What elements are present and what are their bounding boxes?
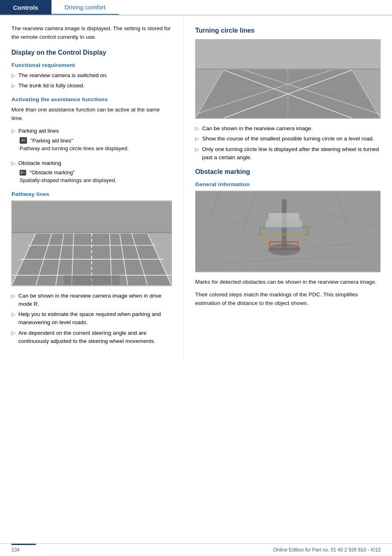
- display-control-heading: Display on the Control Display: [11, 49, 172, 56]
- bullet-arrow-icon: ▷: [195, 135, 199, 142]
- functional-req-heading: Functional requirement: [11, 62, 172, 68]
- list-item: ▷ Can be shown in the rearview camera im…: [195, 125, 381, 133]
- bullet-arrow-icon: ▷: [11, 311, 15, 318]
- list-item: ▷ Show the course of the smallest possib…: [195, 135, 381, 143]
- obstacle-icon-label: P↑ "Obstacle marking": [20, 169, 172, 176]
- list-item: ▷ Obstacle marking: [11, 159, 172, 167]
- obstacle-body2: Their colored steps match the markings o…: [195, 291, 381, 308]
- list-item: ▷ Parking aid lines: [11, 127, 172, 135]
- footer-copyright: Online Edition for Part no. 01 40 2 926 …: [273, 547, 381, 553]
- parking-aid-icon-label: P/ "Parking aid lines": [20, 137, 172, 144]
- svg-rect-49: [266, 220, 302, 227]
- obstacle-marking-image: [195, 191, 381, 272]
- list-item: ▷ The rearview camera is switched on.: [11, 71, 172, 80]
- func-req-bullet-1: The rearview camera is switched on.: [18, 71, 172, 80]
- parking-aid-icon-text: "Parking aid lines": [29, 138, 73, 144]
- footer: 134 Online Edition for Part no. 01 40 2 …: [0, 543, 392, 556]
- obstacle-subtext: Spatially-shaped markings are displayed.: [20, 176, 172, 185]
- list-item: ▷ Can be shown in the rearview camera im…: [11, 292, 172, 309]
- bullet-arrow-icon: ▷: [11, 292, 15, 300]
- pathway-bullet-3: Are dependent on the current steering an…: [18, 329, 172, 346]
- bullet-arrow-icon: ▷: [11, 160, 15, 167]
- list-item: ▷ The trunk lid is fully closed.: [11, 82, 172, 90]
- tab-driving-comfort-label: Driving comfort: [65, 4, 106, 11]
- pathway-bullet-2: Help you to estimate the space required …: [18, 310, 172, 327]
- list-item: ▷ Are dependent on the current steering …: [11, 329, 172, 346]
- general-info-heading: General information: [195, 181, 381, 187]
- right-column: Turning circle lines: [184, 16, 392, 360]
- obstacle-icon: P↑: [20, 170, 26, 176]
- tab-controls-label: Controls: [13, 4, 38, 11]
- turning-bullet-3: Only one turning circle line is displaye…: [202, 145, 381, 162]
- svg-rect-19: [196, 40, 380, 70]
- main-content: The rearview camera image is displayed. …: [0, 16, 392, 360]
- footer-accent-line: [11, 544, 36, 545]
- obstacle-marking-label-left: Obstacle marking: [18, 159, 172, 167]
- intro-paragraph: The rearview camera image is displayed. …: [11, 24, 172, 42]
- turning-bullet-1: Can be shown in the rearview camera imag…: [202, 125, 381, 133]
- svg-rect-31: [196, 191, 380, 272]
- pathway-lines-heading: Pathway lines: [11, 191, 172, 197]
- svg-rect-15: [64, 275, 120, 285]
- turning-bullet-2: Show the course of the smallest possible…: [202, 135, 381, 143]
- func-req-bullet-2: The trunk lid is fully closed.: [18, 82, 172, 90]
- left-column: The rearview camera image is displayed. …: [0, 16, 184, 360]
- svg-rect-50: [269, 213, 299, 220]
- obstacle-icon-text: "Obstacle marking": [28, 169, 75, 176]
- svg-rect-16: [12, 201, 172, 233]
- bullet-arrow-icon: ▷: [195, 125, 199, 132]
- bullet-arrow-icon: ▷: [11, 127, 15, 135]
- obstacle-body1: Marks for detected obstacles can be show…: [195, 278, 381, 287]
- parking-aid-subtext: Pathway and turning circle lines are dis…: [20, 145, 172, 153]
- pathway-bullet-1: Can be shown in the rearview camera imag…: [18, 292, 172, 309]
- svg-point-45: [268, 243, 301, 255]
- list-item: ▷ Help you to estimate the space require…: [11, 310, 172, 327]
- turning-circle-image: [195, 39, 381, 119]
- bullet-arrow-icon: ▷: [11, 72, 15, 79]
- turning-circle-heading: Turning circle lines: [195, 27, 381, 34]
- parking-aid-icon: P/: [20, 137, 27, 144]
- tab-driving-comfort[interactable]: Driving comfort: [51, 0, 119, 15]
- list-item: ▷ Only one turning circle line is displa…: [195, 145, 381, 162]
- pathway-lines-image: [11, 200, 172, 286]
- obstacle-marking-heading: Obstacle marking: [195, 168, 381, 176]
- activation-intro: More than one assistance function can be…: [11, 106, 172, 123]
- page-number: 134: [11, 547, 20, 553]
- header: Controls Driving comfort: [0, 0, 392, 16]
- tab-controls[interactable]: Controls: [0, 0, 51, 15]
- bullet-arrow-icon: ▷: [195, 146, 199, 153]
- parking-aid-label: Parking aid lines: [18, 127, 172, 135]
- bullet-arrow-icon: ▷: [11, 82, 15, 89]
- activation-heading: Activating the assistance functions: [11, 96, 172, 102]
- bullet-arrow-icon: ▷: [11, 329, 15, 337]
